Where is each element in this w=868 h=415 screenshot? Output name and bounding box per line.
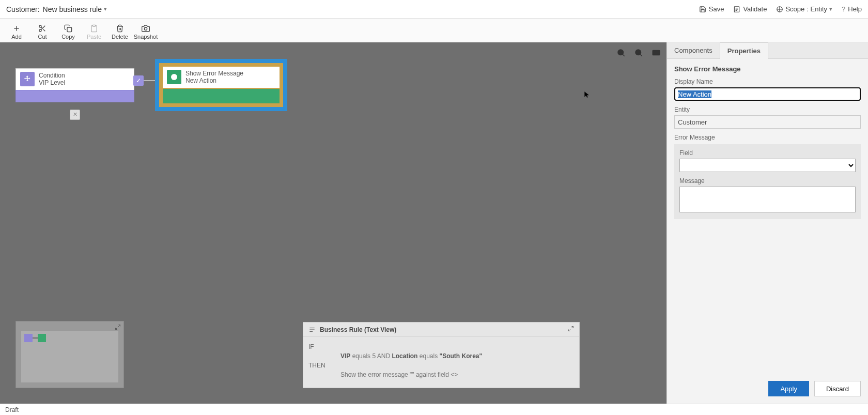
message-input[interactable]	[679, 187, 856, 212]
false-branch-add[interactable]: ✕	[70, 110, 80, 120]
paste-label: Paste	[87, 34, 101, 40]
canvas[interactable]: Condition VIP Level ✕ ✓ ! Show Error Mes…	[0, 42, 667, 404]
chevron-down-icon: ▾	[829, 6, 832, 12]
delete-button[interactable]: Delete	[107, 24, 132, 42]
top-bar: Customer: New business rule ▾ Save Valid…	[0, 0, 868, 19]
svg-line-8	[41, 27, 42, 28]
if-expression: VIP equals 5 AND Location equals "South …	[340, 352, 482, 360]
field-picker-label: Field	[679, 149, 856, 157]
tab-properties[interactable]: Properties	[720, 42, 768, 59]
svg-rect-19	[653, 51, 660, 55]
zoom-in-icon	[634, 48, 643, 57]
fit-to-screen-button[interactable]	[651, 48, 661, 58]
main-area: Condition VIP Level ✕ ✓ ! Show Error Mes…	[0, 42, 868, 404]
condition-node[interactable]: Condition VIP Level ✕	[16, 68, 134, 102]
topbar-actions: Save Validate Scope : Entity ▾ ? Help	[699, 5, 862, 13]
condition-body	[16, 90, 134, 102]
validate-button[interactable]: Validate	[733, 5, 767, 13]
paste-icon	[90, 24, 98, 33]
add-button[interactable]: Add	[4, 24, 29, 42]
copy-label: Copy	[61, 34, 75, 40]
scope-value: Entity	[811, 5, 828, 13]
rule-name: New business rule	[43, 5, 102, 13]
save-button[interactable]: Save	[699, 5, 724, 13]
fit-icon	[652, 48, 661, 57]
ribbon-toolbar: Add Cut Copy Paste Delete Snapshot	[0, 19, 868, 42]
minimap-viewport	[21, 331, 118, 382]
apply-button[interactable]: Apply	[768, 381, 809, 396]
entity-field	[674, 115, 861, 129]
svg-point-4	[39, 25, 41, 27]
scope-dropdown[interactable]: Scope : Entity ▾	[776, 5, 832, 13]
properties-panel: Components Properties Show Error Message…	[667, 42, 868, 404]
camera-icon	[142, 24, 150, 33]
svg-text:!: !	[174, 75, 175, 80]
scope-label: Scope :	[785, 5, 808, 13]
action-subtitle: New Action	[185, 77, 243, 84]
save-label: Save	[709, 5, 724, 13]
then-expression: Show the error message "" against field …	[340, 371, 458, 378]
message-label: Message	[679, 177, 856, 185]
discard-button[interactable]: Discard	[814, 381, 861, 396]
if-keyword: IF	[308, 343, 333, 350]
svg-line-28	[569, 329, 571, 331]
minimap-expand-icon[interactable]	[114, 324, 121, 331]
help-label: Help	[848, 5, 862, 13]
true-branch-indicator: ✓	[133, 75, 144, 86]
chevron-down-icon[interactable]: ▾	[104, 6, 107, 12]
connector-line	[144, 80, 155, 81]
display-name-label: Display Name	[674, 78, 861, 85]
display-name-input[interactable]	[674, 87, 861, 101]
zoom-out-button[interactable]	[616, 48, 626, 58]
zoom-out-icon	[616, 48, 626, 57]
status-draft: Draft	[5, 406, 19, 413]
minimap-connector	[33, 337, 38, 339]
error-message-section: Field Message	[674, 144, 861, 219]
help-icon: ?	[842, 5, 845, 13]
svg-point-11	[144, 27, 147, 30]
properties-title: Show Error Message	[674, 65, 861, 73]
snapshot-button[interactable]: Snapshot	[133, 24, 158, 42]
page-title[interactable]: Customer: New business rule ▾	[6, 5, 107, 13]
plus-icon	[12, 24, 21, 33]
minimap[interactable]	[16, 321, 124, 388]
svg-rect-10	[92, 25, 95, 26]
mouse-cursor	[583, 90, 591, 101]
scissors-icon	[38, 24, 47, 33]
svg-rect-9	[67, 27, 72, 32]
tab-components[interactable]: Components	[667, 42, 720, 58]
text-view-panel: Business Rule (Text View) IF VIP equals …	[303, 322, 580, 388]
canvas-tools	[616, 48, 661, 58]
then-keyword: THEN	[308, 362, 333, 369]
copy-button[interactable]: Copy	[56, 24, 81, 42]
action-body	[163, 89, 280, 103]
cut-button[interactable]: Cut	[30, 24, 55, 42]
condition-subtitle: VIP Level	[39, 79, 65, 86]
action-node-selected[interactable]: ! Show Error Message New Action	[155, 59, 287, 111]
trash-icon	[116, 24, 124, 33]
validate-label: Validate	[743, 5, 767, 13]
delete-label: Delete	[112, 34, 128, 40]
status-bar: Draft	[0, 404, 868, 415]
minimap-action	[38, 334, 46, 342]
validate-icon	[733, 6, 740, 13]
copy-icon	[64, 24, 72, 33]
add-label: Add	[11, 34, 22, 40]
text-view-expand-icon[interactable]	[568, 326, 574, 333]
error-message-section-label: Error Message	[674, 134, 861, 141]
entity-label: Customer:	[6, 5, 40, 13]
save-icon	[699, 6, 706, 13]
help-button[interactable]: ? Help	[842, 5, 862, 13]
text-view-icon	[308, 326, 316, 333]
svg-line-7	[43, 29, 45, 32]
svg-line-13	[623, 54, 625, 56]
scope-icon	[776, 6, 783, 13]
condition-title: Condition	[39, 72, 65, 79]
action-title: Show Error Message	[185, 70, 243, 77]
svg-line-16	[640, 54, 642, 56]
field-picker[interactable]	[679, 159, 856, 172]
cut-label: Cut	[38, 34, 47, 40]
snapshot-label: Snapshot	[134, 34, 158, 40]
zoom-in-button[interactable]	[633, 48, 644, 58]
text-view-title: Business Rule (Text View)	[320, 326, 396, 333]
